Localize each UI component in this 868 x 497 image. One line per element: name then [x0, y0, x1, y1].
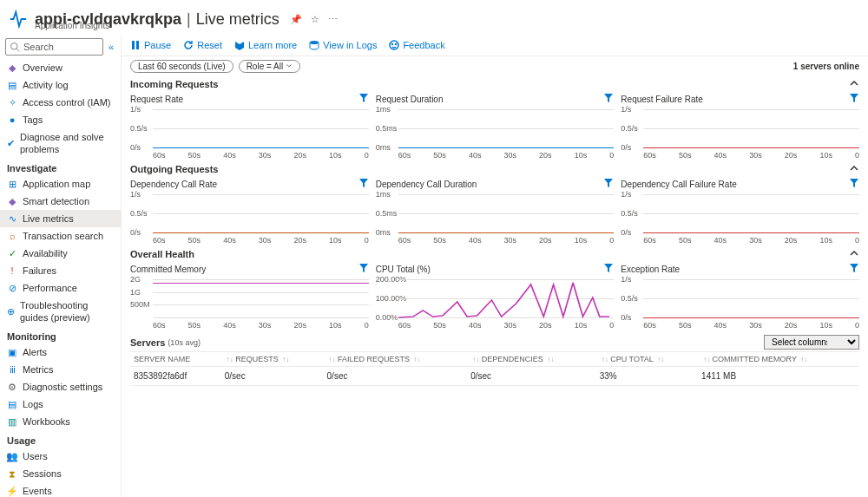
col-header[interactable]: ↑↓ CPU TOTAL ↑↓ [596, 352, 698, 367]
feedback-button[interactable]: Feedback [389, 40, 444, 50]
x-tick: 20s [293, 236, 306, 245]
sidebar-item-live-metrics[interactable]: ∿Live metrics [0, 210, 121, 227]
x-tick: 30s [259, 151, 272, 160]
sidebar-item-workbooks[interactable]: ▥Workbooks [0, 413, 121, 430]
chart-plot[interactable]: 1ms0.5ms0ms60s50s40s30s20s10s0 [376, 191, 615, 245]
x-tick: 60s [643, 236, 656, 245]
col-header[interactable]: ↑↓ FAILED REQUESTS ↑↓ [324, 352, 468, 367]
chart-plot[interactable]: 1/s0.5/s0/s60s50s40s30s20s10s0 [130, 106, 369, 160]
learn-more-button[interactable]: Learn more [234, 40, 297, 50]
svg-rect-2 [132, 41, 135, 49]
more-icon[interactable]: ⋯ [328, 14, 338, 25]
sidebar-item-diagnose-and-solve-problems[interactable]: ✔Diagnose and solve problems [0, 128, 121, 158]
sidebar-item-smart-detection[interactable]: ◆Smart detection [0, 193, 121, 210]
sidebar-item-diagnostic-settings[interactable]: ⚙Diagnostic settings [0, 378, 121, 396]
col-header[interactable]: SERVER NAME [130, 352, 221, 367]
chart-filter-button[interactable] [358, 263, 369, 275]
nav-group-investigate: Investigate [0, 158, 121, 175]
chart-filter-button[interactable] [603, 263, 614, 275]
x-tick: 20s [539, 151, 552, 160]
chart-plot[interactable]: 1/s0.5/s0/s60s50s40s30s20s10s0 [130, 191, 369, 245]
reset-button[interactable]: Reset [183, 40, 222, 50]
x-tick: 40s [469, 236, 482, 245]
chart-plot[interactable]: 1/s0.5/s0/s60s50s40s30s20s10s0 [621, 191, 859, 245]
x-tick: 40s [223, 236, 236, 245]
x-axis: 60s50s40s30s20s10s0 [643, 321, 859, 330]
sidebar-item-alerts[interactable]: ▣Alerts [0, 343, 121, 361]
y-tick: 0ms [376, 228, 391, 237]
chart-plot[interactable]: 1ms0.5ms0ms60s50s40s30s20s10s0 [376, 106, 615, 160]
chart-filter-button[interactable] [358, 178, 369, 190]
chart-filter-button[interactable] [603, 93, 614, 105]
sidebar-item-performance[interactable]: ⊘Performance [0, 279, 121, 297]
section-incoming[interactable]: Incoming Requests [122, 76, 868, 92]
chart-plot[interactable]: 2G1G500M60s50s40s30s20s10s0 [130, 276, 369, 330]
sidebar-item-events[interactable]: ⚡Events [0, 482, 121, 497]
x-tick: 40s [223, 151, 236, 160]
section-health[interactable]: Overall Health [122, 246, 868, 262]
series-line [153, 147, 369, 148]
chart-filter-button[interactable] [849, 178, 859, 190]
chart-plot[interactable]: 1/s0.5/s0/s60s50s40s30s20s10s0 [621, 276, 859, 330]
table-row[interactable]: 8353892fa6df0/sec0/sec0/sec33%1411 MB [130, 367, 859, 386]
page-header: appi-cvldqavkrqkpa | Live metrics Applic… [0, 0, 868, 35]
resource-type: Application Insights [35, 21, 109, 30]
role-filter-pill[interactable]: Role = All [239, 60, 301, 73]
sidebar-item-users[interactable]: 👥Users [0, 448, 121, 465]
time-range-pill[interactable]: Last 60 seconds (Live) [130, 60, 233, 73]
x-tick: 40s [469, 151, 482, 160]
chart-plot[interactable]: 1/s0.5/s0/s60s50s40s30s20s10s0 [621, 106, 859, 160]
section-outgoing[interactable]: Outgoing Requests [122, 161, 868, 177]
activity-log-icon: ▤ [7, 80, 17, 90]
filter-icon [603, 263, 614, 273]
chart-filter-button[interactable] [358, 93, 369, 105]
sidebar-item-logs[interactable]: ▤Logs [0, 396, 121, 413]
sidebar-item-availability[interactable]: ✓Availability [0, 245, 121, 262]
sidebar-item-metrics[interactable]: ⅲMetrics [0, 361, 121, 378]
chart-filter-button[interactable] [849, 93, 859, 105]
x-tick: 50s [433, 151, 446, 160]
chevron-up-icon [849, 78, 859, 88]
x-tick: 50s [433, 321, 446, 330]
series-line [643, 147, 859, 148]
chart-plot[interactable]: 200.00%100.00%0.00%60s50s40s30s20s10s0 [376, 276, 615, 330]
favorite-icon[interactable]: ☆ [311, 14, 319, 25]
x-tick: 30s [749, 321, 762, 330]
x-tick: 10s [575, 236, 588, 245]
gridline [643, 194, 859, 195]
x-tick: 10s [819, 236, 832, 245]
x-axis: 60s50s40s30s20s10s0 [153, 236, 369, 245]
sidebar-item-activity-log[interactable]: ▤Activity log [0, 76, 121, 94]
x-tick: 60s [398, 321, 411, 330]
search-input[interactable]: Search [5, 38, 103, 56]
sidebar-item-application-map[interactable]: ⊞Application map [0, 175, 121, 193]
sidebar-item-transaction-search[interactable]: ⌕Transaction search [0, 227, 121, 245]
select-columns-dropdown[interactable]: Select columns [764, 335, 859, 350]
logs-icon: ▤ [7, 399, 17, 409]
view-in-logs-button[interactable]: View in Logs [309, 40, 377, 50]
sidebar-item-troubleshooting-guides-preview-[interactable]: ⊕Troubleshooting guides (preview) [0, 297, 121, 326]
chart-dep-rate: Dependency Call Rate 1/s0.5/s0/s60s50s40… [130, 177, 369, 245]
chart-filter-button[interactable] [849, 263, 859, 275]
workbooks-icon: ▥ [7, 416, 17, 427]
search-icon [10, 42, 20, 52]
col-header[interactable]: ↑↓ DEPENDENCIES ↑↓ [467, 352, 596, 367]
col-header[interactable]: ↑↓ REQUESTS ↑↓ [221, 352, 324, 367]
sidebar-item-access-control-iam-[interactable]: ✧Access control (IAM) [0, 94, 121, 111]
diagnose-and-solve-problems-icon: ✔ [7, 138, 15, 148]
sidebar-item-label: Diagnostic settings [23, 381, 102, 393]
y-tick: 0.5ms [376, 209, 398, 218]
sidebar-item-sessions[interactable]: ⧗Sessions [0, 465, 121, 482]
pin-icon[interactable]: 📌 [290, 14, 302, 25]
sidebar-item-tags[interactable]: ●Tags [0, 111, 121, 128]
y-tick: 1G [130, 288, 141, 297]
sidebar-item-overview[interactable]: ◆Overview [0, 59, 121, 76]
pause-button[interactable]: Pause [130, 40, 171, 50]
gridline [643, 298, 859, 299]
filter-bar: Last 60 seconds (Live) Role = All 1 serv… [122, 56, 868, 76]
col-header[interactable]: ↑↓ COMMITTED MEMORY ↑↓ [698, 352, 859, 367]
x-tick: 10s [329, 321, 342, 330]
sidebar-item-failures[interactable]: !Failures [0, 262, 121, 279]
chart-filter-button[interactable] [603, 178, 614, 190]
collapse-sidebar-icon[interactable]: « [107, 40, 115, 54]
